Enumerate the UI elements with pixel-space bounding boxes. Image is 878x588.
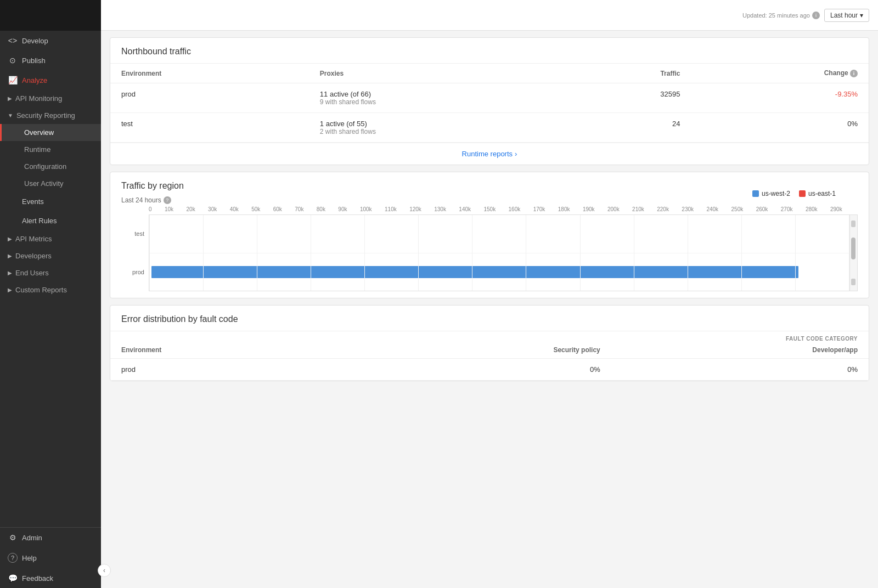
change-info-icon[interactable]: i xyxy=(850,70,858,77)
sidebar-section-security-reporting[interactable]: ▼ Security Reporting xyxy=(0,107,101,124)
chart-row-prod xyxy=(149,253,849,291)
chart-body: test prod xyxy=(121,214,858,291)
main-content-area: Updated: 25 minutes ago i Last hour ▾ No… xyxy=(101,0,878,588)
runtime-reports-link[interactable]: Runtime reports › xyxy=(110,143,869,165)
sidebar-section-api-metrics[interactable]: ▶ API Metrics xyxy=(0,230,101,247)
chart-row-test xyxy=(149,215,849,253)
sidebar-item-develop[interactable]: <> Develop xyxy=(0,31,101,50)
scrollbar-thumb-bottom xyxy=(851,279,856,285)
security-policy-prod: 0% xyxy=(348,359,611,381)
developer-app-prod: 0% xyxy=(611,359,869,381)
sidebar-section-custom-reports[interactable]: ▶ Custom Reports xyxy=(0,281,101,298)
publish-icon: ⊙ xyxy=(8,56,18,65)
chevron-down-icon: ▾ xyxy=(860,12,863,19)
feedback-icon: 💬 xyxy=(8,574,18,583)
table-row: prod 0% 0% xyxy=(110,359,869,381)
sidebar-item-help[interactable]: ? Help xyxy=(0,547,101,568)
help-icon: ? xyxy=(8,553,18,563)
env-test: test xyxy=(110,113,309,143)
chart-legend: us-west-2 us-east-1 xyxy=(752,190,836,197)
admin-icon: ⚙ xyxy=(8,533,18,542)
traffic-test: 24 xyxy=(558,113,691,143)
sidebar-sub-item-configuration[interactable]: Configuration xyxy=(0,158,101,175)
chevron-right-icon-5: ▶ xyxy=(8,287,12,293)
error-distribution-section: Error distribution by fault code FAULT C… xyxy=(110,305,869,381)
table-row: prod 11 active (of 66) 9 with shared flo… xyxy=(110,83,869,113)
error-col-security-policy: Security policy xyxy=(348,342,611,359)
traffic-region-title: Traffic by region xyxy=(121,181,858,191)
table-row: test 1 active (of 55) 2 with shared flow… xyxy=(110,113,869,143)
error-env-prod: prod xyxy=(110,359,348,381)
chevron-right-icon: ▶ xyxy=(8,95,12,101)
main-scroll-area: Northbound traffic Environment Proxies T… xyxy=(101,31,878,588)
collapse-sidebar-button[interactable]: ‹ xyxy=(98,564,111,577)
sidebar-sub-item-user-activity[interactable]: User Activity xyxy=(0,175,101,192)
analyze-icon: 📈 xyxy=(8,76,18,84)
y-axis-labels: test prod xyxy=(121,214,149,291)
sidebar-item-admin[interactable]: ⚙ Admin xyxy=(0,528,101,547)
legend-us-west-2: us-west-2 xyxy=(752,190,790,197)
x-axis-labels: 0 10k 20k 30k 40k 50k 60k 70k 80k 90k 10… xyxy=(121,206,858,212)
col-change: Change i xyxy=(691,64,869,83)
change-prod: -9.35% xyxy=(691,83,869,113)
chart-bars-wrapper xyxy=(149,214,850,291)
chevron-right-icon-3: ▶ xyxy=(8,253,12,259)
sidebar-item-events[interactable]: Events xyxy=(0,192,101,211)
traffic-prod: 32595 xyxy=(558,83,691,113)
time-filter-dropdown[interactable]: Last hour ▾ xyxy=(824,9,869,22)
change-test: 0% xyxy=(691,113,869,143)
chevron-right-icon-2: ▶ xyxy=(8,236,12,242)
env-prod: prod xyxy=(110,83,309,113)
col-traffic: Traffic xyxy=(558,64,691,83)
col-environment: Environment xyxy=(110,64,309,83)
chevron-right-icon: › xyxy=(515,150,517,158)
proxies-test: 1 active (of 55) 2 with shared flows xyxy=(309,113,558,143)
legend-dot-east xyxy=(799,190,806,197)
traffic-by-region-section: Traffic by region Last 24 hours ? us-wes… xyxy=(110,172,869,298)
col-proxies: Proxies xyxy=(309,64,558,83)
sidebar-section-end-users[interactable]: ▶ End Users xyxy=(0,264,101,281)
sidebar-item-feedback[interactable]: 💬 Feedback xyxy=(0,568,101,588)
chart-info-icon[interactable]: ? xyxy=(164,196,171,204)
legend-dot-west xyxy=(752,190,759,197)
sidebar-section-api-monitoring[interactable]: ▶ API Monitoring xyxy=(0,90,101,107)
chevron-right-icon-4: ▶ xyxy=(8,270,12,276)
scrollbar-thumb xyxy=(851,238,856,259)
error-distribution-title: Error distribution by fault code xyxy=(110,306,869,331)
sidebar-item-analyze[interactable]: 📈 Analyze xyxy=(0,70,101,90)
chevron-down-icon: ▼ xyxy=(8,112,13,118)
chart-rows xyxy=(149,215,849,291)
error-col-developer-app: Developer/app xyxy=(611,342,869,359)
chart-subtitle: Last 24 hours ? xyxy=(121,196,171,204)
error-table: Environment Security policy Developer/ap… xyxy=(110,342,869,381)
bar-prod xyxy=(151,266,798,278)
scrollbar-thumb-top xyxy=(851,220,856,227)
sidebar-top-bar xyxy=(0,0,101,31)
proxies-prod: 11 active (of 66) 9 with shared flows xyxy=(309,83,558,113)
sidebar-sub-item-overview[interactable]: Overview xyxy=(0,124,101,141)
northbound-traffic-section: Northbound traffic Environment Proxies T… xyxy=(110,37,869,165)
chart-area: 0 10k 20k 30k 40k 50k 60k 70k 80k 90k 10… xyxy=(110,206,869,298)
legend-us-east-1: us-east-1 xyxy=(799,190,836,197)
main-top-bar: Updated: 25 minutes ago i Last hour ▾ xyxy=(101,0,878,31)
develop-icon: <> xyxy=(8,36,18,45)
sidebar-sub-item-runtime[interactable]: Runtime xyxy=(0,141,101,158)
sidebar-item-publish[interactable]: ⊙ Publish xyxy=(0,50,101,70)
sidebar-section-developers[interactable]: ▶ Developers xyxy=(0,247,101,264)
northbound-title: Northbound traffic xyxy=(110,38,869,64)
northbound-table: Environment Proxies Traffic Change i pro… xyxy=(110,64,869,143)
info-icon[interactable]: i xyxy=(812,12,820,19)
update-info: Updated: 25 minutes ago i xyxy=(742,12,820,19)
sidebar: <> Develop ⊙ Publish 📈 Analyze ▶ API Mon… xyxy=(0,0,101,588)
error-col-environment: Environment xyxy=(110,342,348,359)
sidebar-item-alert-rules[interactable]: Alert Rules xyxy=(0,211,101,230)
fault-code-category-label: FAULT CODE CATEGORY xyxy=(110,331,869,342)
chart-scrollbar[interactable] xyxy=(850,214,858,291)
